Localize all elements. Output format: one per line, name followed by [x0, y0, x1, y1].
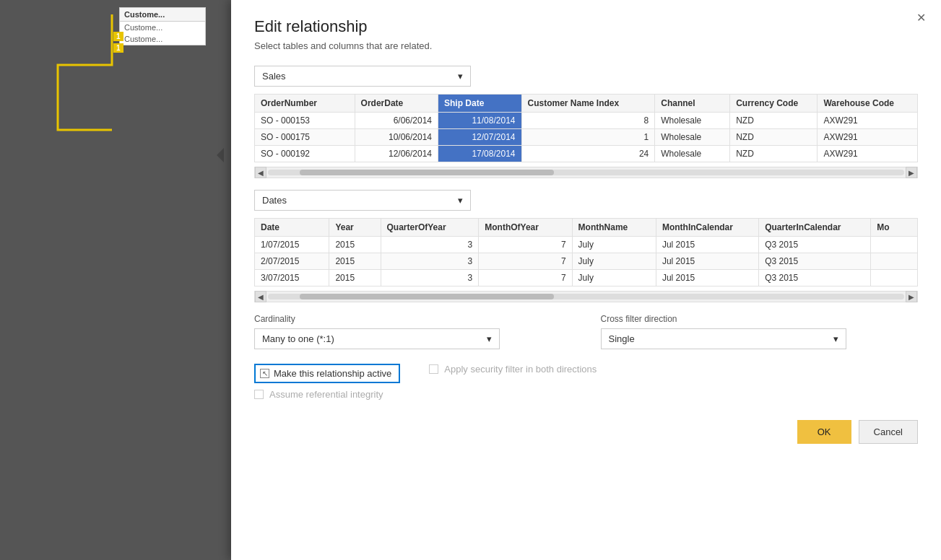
modal-content: Edit relationship Select tables and colu…: [231, 0, 941, 560]
cell-date: 2/07/2015: [255, 253, 329, 270]
cell-order-number: SO - 000153: [255, 113, 355, 129]
table-row: 1/07/2015 2015 3 7 July Jul 2015 Q3 2015: [255, 237, 918, 253]
ok-button[interactable]: OK: [797, 420, 851, 444]
cell-ship-date: 11/08/2014: [438, 113, 521, 129]
col-warehouse-code: Warehouse Code: [818, 95, 918, 113]
cell-order-date: 6/06/2014: [355, 113, 438, 129]
cell-mo: [871, 253, 918, 270]
cell-order-number: SO - 000175: [255, 129, 355, 146]
table2-dropdown-value: Dates: [262, 195, 287, 206]
table-row: 3/07/2015 2015 3 7 July Jul 2015 Q3 2015: [255, 270, 918, 286]
close-icon: ✕: [916, 11, 926, 25]
scroll-left-arrow[interactable]: ◀: [255, 167, 266, 178]
scroll-right-arrow[interactable]: ▶: [906, 167, 917, 178]
cross-filter-arrow: ▾: [833, 333, 838, 344]
cell-channel: Wholesale: [655, 129, 730, 146]
close-button[interactable]: ✕: [912, 9, 929, 26]
cell-customer-name-index: 1: [521, 129, 655, 146]
cell-quarter-of-year: 3: [381, 270, 479, 286]
cell-date: 3/07/2015: [255, 270, 329, 286]
checkboxes-section: ↖ Make this relationship active Assume r…: [254, 364, 918, 406]
scroll-thumb-2: [300, 294, 554, 299]
col-month-name: MonthName: [572, 219, 656, 237]
table2-scroll-area: Date Year QuarterOfYear MonthOfYear Mont…: [254, 218, 918, 302]
col-date: Date: [255, 219, 329, 237]
cell-ship-date: 12/07/2014: [438, 129, 521, 146]
modal-subtitle: Select tables and columns that are relat…: [254, 40, 918, 51]
scroll-track-2[interactable]: [268, 294, 904, 299]
options-row: Cardinality Many to one (*:1) ▾ Cross fi…: [254, 314, 918, 349]
table-row: SO - 000175 10/06/2014 12/07/2014 1 Whol…: [255, 129, 918, 146]
table1-dropdown[interactable]: Sales ▾: [254, 66, 471, 87]
table1-dropdown-value: Sales: [262, 71, 286, 82]
col-quarter-in-calendar: QuarterInCalendar: [759, 219, 871, 237]
table1-scrollbar[interactable]: ◀ ▶: [254, 167, 918, 178]
cell-channel: Wholesale: [655, 113, 730, 129]
cell-channel: Wholesale: [655, 146, 730, 162]
canvas-table-row-1: Custome...: [120, 22, 205, 33]
cardinality-group: Cardinality Many to one (*:1) ▾: [254, 314, 572, 349]
cell-quarter-in-calendar: Q3 2015: [759, 237, 871, 253]
table2: Date Year QuarterOfYear MonthOfYear Mont…: [254, 218, 918, 286]
scroll-right-arrow-2[interactable]: ▶: [906, 291, 917, 302]
active-checkbox-row: ↖ Make this relationship active: [254, 364, 400, 383]
cell-ship-date: 17/08/2014: [438, 146, 521, 162]
cross-filter-value: Single: [609, 333, 635, 344]
active-checkbox-container[interactable]: ↖ Make this relationship active: [254, 364, 400, 383]
cell-quarter-of-year: 3: [381, 237, 479, 253]
cell-order-number: SO - 000192: [255, 146, 355, 162]
table2-dropdown[interactable]: Dates ▾: [254, 190, 471, 211]
cell-year: 2015: [329, 237, 381, 253]
cell-quarter-of-year: 3: [381, 253, 479, 270]
cell-order-date: 12/06/2014: [355, 146, 438, 162]
table-row: SO - 000153 6/06/2014 11/08/2014 8 Whole…: [255, 113, 918, 129]
cancel-button[interactable]: Cancel: [859, 420, 918, 444]
cell-mo: [871, 237, 918, 253]
col-order-date: OrderDate: [355, 95, 438, 113]
cell-month-of-year: 7: [479, 253, 572, 270]
col-customer-name-index: Customer Name Index: [521, 95, 655, 113]
cell-order-date: 10/06/2014: [355, 129, 438, 146]
cell-year: 2015: [329, 253, 381, 270]
cell-currency-code: NZD: [730, 129, 818, 146]
table-row: 2/07/2015 2015 3 7 July Jul 2015 Q3 2015: [255, 253, 918, 270]
cross-filter-dropdown[interactable]: Single ▾: [601, 328, 846, 349]
col-order-number: OrderNumber: [255, 95, 355, 113]
integrity-checkbox: [254, 390, 264, 399]
integrity-checkbox-row: Assume referential integrity: [254, 389, 400, 400]
canvas-table-card-1: Custome... Custome... Custome...: [119, 7, 206, 45]
col-ship-date: Ship Date: [438, 95, 521, 113]
cell-month-name: July: [572, 253, 656, 270]
table1: OrderNumber OrderDate Ship Date Customer…: [254, 94, 918, 162]
scroll-track[interactable]: [268, 170, 904, 175]
cell-currency-code: NZD: [730, 146, 818, 162]
dialog-buttons: OK Cancel: [254, 420, 918, 444]
active-checkbox[interactable]: ↖: [260, 369, 269, 378]
modal-title: Edit relationship: [254, 17, 918, 36]
cross-filter-group: Cross filter direction Single ▾: [601, 314, 919, 349]
cell-month-name: July: [572, 237, 656, 253]
table1-dropdown-container: Sales ▾: [254, 66, 918, 87]
cross-filter-label: Cross filter direction: [601, 314, 919, 324]
cell-warehouse-code: AXW291: [818, 146, 918, 162]
cell-currency-code: NZD: [730, 113, 818, 129]
left-checkboxes: ↖ Make this relationship active Assume r…: [254, 364, 400, 406]
active-checkbox-label: Make this relationship active: [274, 368, 391, 379]
cardinality-dropdown[interactable]: Many to one (*:1) ▾: [254, 328, 500, 349]
cardinality-arrow: ▾: [487, 333, 492, 344]
col-mo: Mo: [871, 219, 918, 237]
cursor-icon: ↖: [262, 369, 268, 377]
table1-scroll-area: OrderNumber OrderDate Ship Date Customer…: [254, 94, 918, 178]
cardinality-value: Many to one (*:1): [262, 333, 334, 344]
col-quarter-of-year: QuarterOfYear: [381, 219, 479, 237]
col-currency-code: Currency Code: [730, 95, 818, 113]
table-row: SO - 000192 12/06/2014 17/08/2014 24 Who…: [255, 146, 918, 162]
cell-quarter-in-calendar: Q3 2015: [759, 270, 871, 286]
cell-mo: [871, 270, 918, 286]
col-channel: Channel: [655, 95, 730, 113]
cell-warehouse-code: AXW291: [818, 129, 918, 146]
col-year: Year: [329, 219, 381, 237]
table2-scrollbar[interactable]: ◀ ▶: [254, 291, 918, 302]
scroll-left-arrow-2[interactable]: ◀: [255, 291, 266, 302]
svg-marker-0: [217, 148, 224, 162]
